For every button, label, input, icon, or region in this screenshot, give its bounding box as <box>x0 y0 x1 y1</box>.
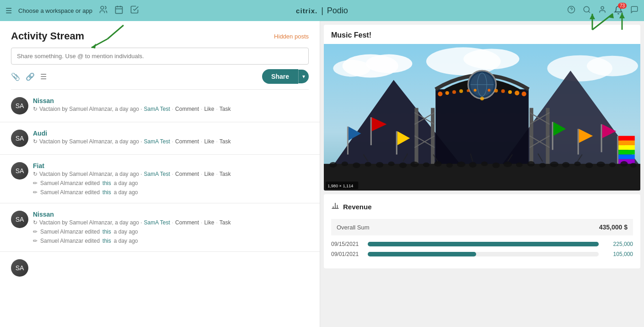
svg-point-89 <box>446 163 453 168</box>
svg-rect-1 <box>115 6 122 13</box>
svg-point-38 <box>467 89 469 92</box>
svg-point-101 <box>585 163 593 168</box>
svg-point-39 <box>474 89 477 92</box>
svg-point-93 <box>492 163 499 168</box>
svg-point-22 <box>333 60 370 77</box>
user-icon[interactable] <box>598 5 606 16</box>
feed-item-2: SA Audi ↻ Vactaion by Samuel Almanzar, a… <box>0 122 320 155</box>
feed-title-4[interactable]: Nissan <box>33 211 309 218</box>
workspace-link-2[interactable]: SamA Test <box>144 138 170 145</box>
avatar: SA <box>11 259 28 277</box>
comment-action-2[interactable]: Comment <box>175 138 199 145</box>
activity-header: Activity Stream Hidden posts <box>0 21 320 48</box>
feed-meta-3: ↻ Vactaion by Samuel Almanzar, a day ago… <box>33 171 309 177</box>
svg-point-90 <box>457 162 465 167</box>
hamburger-icon[interactable]: ☰ <box>5 6 12 15</box>
feed-title-2[interactable]: Audi <box>33 130 309 137</box>
svg-point-98 <box>550 162 558 167</box>
svg-point-43 <box>501 89 505 93</box>
tasks-icon[interactable] <box>130 5 139 16</box>
avatar: SA <box>11 162 28 180</box>
share-button-group: Share ▾ <box>262 69 309 84</box>
edit-this-link[interactable]: this <box>102 180 111 186</box>
rotation-icon: ↻ <box>33 138 38 145</box>
task-action-4[interactable]: Task <box>220 219 231 226</box>
feed-item-5-partial: SA <box>0 252 320 277</box>
overall-sum-value: 435,000 $ <box>599 223 628 231</box>
help-icon[interactable] <box>567 5 575 16</box>
edit-icon: ✏ <box>33 189 38 196</box>
overall-sum-row: Overall Sum 435,000 $ <box>331 219 633 235</box>
like-action-2[interactable]: Like <box>204 138 214 145</box>
svg-rect-72 <box>618 136 635 141</box>
feed-meta-1: ↻ Vactaion by Samuel Almanzar, a day ago… <box>33 106 309 112</box>
activity-stream-title: Activity Stream <box>11 30 84 42</box>
svg-point-46 <box>522 92 526 96</box>
svg-point-88 <box>434 161 441 167</box>
share-input[interactable] <box>11 48 309 65</box>
comment-action-4[interactable]: Comment <box>175 219 199 226</box>
svg-point-35 <box>445 91 449 95</box>
comment-action-1[interactable]: Comment <box>175 106 199 112</box>
svg-point-44 <box>508 90 512 94</box>
edit-line-3a: ✏ Samuel Almanzar edited this a day ago <box>33 180 309 186</box>
svg-rect-59 <box>347 126 349 154</box>
calendar-icon[interactable] <box>114 5 123 16</box>
edit-this-link[interactable]: this <box>102 238 111 244</box>
avatar: SA <box>11 211 28 228</box>
share-button[interactable]: Share <box>262 69 298 84</box>
workspace-link-4[interactable]: SamA Test <box>144 219 170 226</box>
bar-track-2 <box>368 252 599 256</box>
like-action-1[interactable]: Like <box>204 106 214 112</box>
notification-badge[interactable]: 73 <box>614 5 623 16</box>
like-action-3[interactable]: Like <box>204 171 214 177</box>
revenue-header: Revenue <box>331 202 633 212</box>
bar-date-1: 09/15/2021 <box>331 241 363 247</box>
share-box: 📎 🔗 ☰ Share ▾ <box>0 48 320 89</box>
svg-point-92 <box>481 162 488 166</box>
svg-point-37 <box>459 89 463 93</box>
avatar: SA <box>11 130 28 147</box>
task-action-2[interactable]: Task <box>220 138 231 145</box>
search-icon[interactable] <box>583 5 591 16</box>
task-action-1[interactable]: Task <box>220 106 231 112</box>
rotation-icon: ↻ <box>33 219 38 226</box>
svg-point-41 <box>488 89 490 92</box>
edit-line-4a: ✏ Samuel Almanzar edited this a day ago <box>33 229 309 235</box>
share-dropdown-button[interactable]: ▾ <box>298 70 309 83</box>
svg-point-81 <box>353 163 360 168</box>
people-icon[interactable] <box>99 5 108 16</box>
meta-text: Vactaion by Samuel Almanzar, a day ago · <box>39 106 142 112</box>
task-action-3[interactable]: Task <box>220 171 231 177</box>
edit-this-link[interactable]: this <box>102 189 111 196</box>
bar-value-2: 105,000 <box>603 251 633 257</box>
link-icon[interactable]: 🔗 <box>26 72 35 81</box>
svg-rect-76 <box>618 154 635 159</box>
format-icon[interactable]: ☰ <box>40 72 47 81</box>
svg-rect-74 <box>618 145 635 150</box>
svg-point-84 <box>388 162 394 166</box>
workspace-link-1[interactable]: SamA Test <box>144 106 170 112</box>
comment-action-3[interactable]: Comment <box>175 171 199 177</box>
svg-point-105 <box>630 163 637 168</box>
feed-title-3[interactable]: Fiat <box>33 162 309 169</box>
svg-point-97 <box>539 163 546 168</box>
hidden-posts-link[interactable]: Hidden posts <box>274 33 309 40</box>
svg-rect-63 <box>396 131 397 155</box>
svg-point-40 <box>480 97 484 100</box>
meta-text: Vactaion by Samuel Almanzar, a day ago · <box>39 171 142 177</box>
svg-rect-73 <box>618 141 635 145</box>
bar-fill-1 <box>368 242 599 246</box>
edit-this-link[interactable]: this <box>102 229 111 235</box>
chart-icon <box>331 202 339 212</box>
workspace-link-3[interactable]: SamA Test <box>144 171 170 177</box>
like-action-4[interactable]: Like <box>204 219 214 226</box>
svg-rect-69 <box>601 124 602 152</box>
workspace-label[interactable]: Choose a workspace or app <box>18 7 92 14</box>
feed-title-1[interactable]: Nissan <box>33 97 309 104</box>
svg-point-45 <box>515 91 519 95</box>
svg-rect-75 <box>618 150 635 154</box>
attach-icon[interactable]: 📎 <box>11 72 20 81</box>
chat-icon[interactable] <box>630 5 639 16</box>
edit-icon: ✏ <box>33 180 38 186</box>
